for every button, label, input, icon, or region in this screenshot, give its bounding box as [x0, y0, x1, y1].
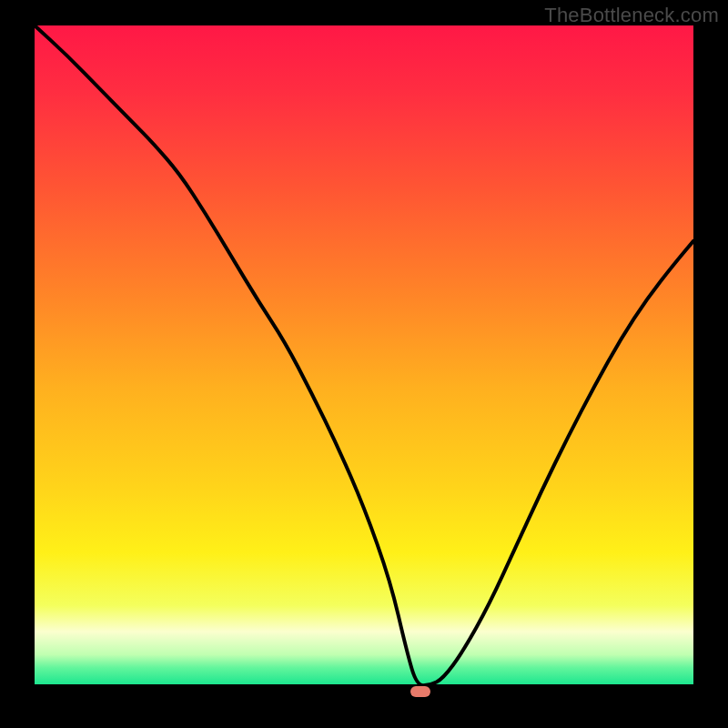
optimal-marker	[410, 686, 430, 697]
chart-frame: TheBottleneck.com	[0, 0, 728, 728]
watermark-text: TheBottleneck.com	[544, 4, 719, 27]
plot-area	[35, 25, 693, 699]
bottleneck-curve	[35, 25, 693, 699]
